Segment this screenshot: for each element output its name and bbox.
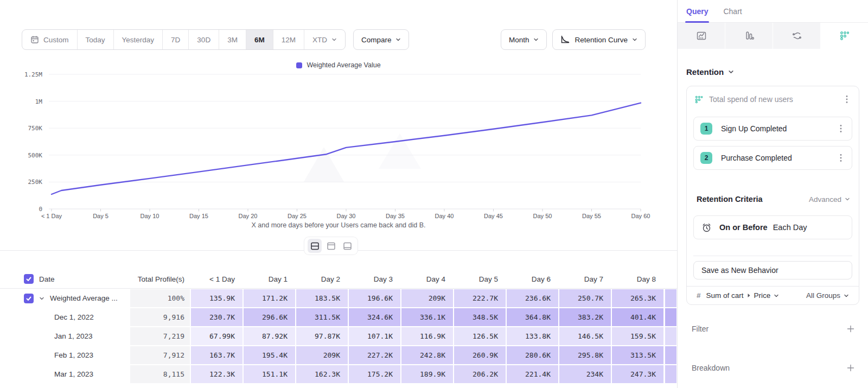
split-bottom-icon[interactable] [340, 239, 354, 253]
compare-button[interactable]: Compare [353, 29, 410, 50]
step-row-purchase[interactable]: 2 Purchase Completed [693, 146, 852, 170]
retention-cell[interactable]: 196.6K [349, 289, 400, 307]
retention-cell[interactable]: 230.7K [191, 308, 242, 326]
retention-cell-clipped[interactable] [665, 327, 676, 345]
retention-cell[interactable]: 126.5K [454, 327, 506, 345]
row-date-label[interactable]: Dec 1, 2022 [54, 313, 94, 321]
add-filter-button[interactable] [846, 325, 855, 333]
retention-curve-line[interactable] [52, 103, 641, 194]
retention-cell[interactable]: 280.6K [507, 346, 558, 364]
advanced-dropdown[interactable]: Advanced [809, 195, 850, 203]
step-kebab-icon[interactable] [837, 124, 845, 133]
retention-cell-clipped[interactable] [665, 346, 676, 364]
retention-cell[interactable]: 295.8K [559, 346, 611, 364]
retention-cell[interactable]: 260.9K [454, 346, 506, 364]
retention-cell[interactable]: 234K [559, 365, 611, 383]
step-kebab-icon[interactable] [837, 154, 845, 162]
row-date-label[interactable]: Feb 1, 2023 [54, 351, 93, 359]
retention-cell[interactable]: 383.2K [559, 308, 611, 326]
retention-line-chart[interactable]: 0250K500K750K1M1.25M< 1 DayDay 5Day 10Da… [0, 59, 677, 221]
funnels-icon[interactable] [725, 23, 773, 49]
insights-icon[interactable] [678, 23, 725, 49]
retention-cell[interactable]: 107.1K [349, 327, 400, 345]
tab-query[interactable]: Query [686, 0, 708, 22]
row-date-label[interactable]: Mar 1, 2023 [54, 370, 93, 378]
step-row-sign-up[interactable]: 1 Sign Up Completed [693, 117, 852, 141]
row-date-label[interactable]: Jan 1, 2023 [54, 332, 93, 340]
retention-cell[interactable]: 175.2K [349, 365, 400, 383]
retention-cell[interactable]: 250.7K [559, 289, 611, 307]
retention-cell-clipped[interactable] [665, 308, 676, 326]
table-row[interactable]: Dec 1, 20229,916230.7K296.6K311.5K324.6K… [0, 308, 677, 326]
retention-cell[interactable]: 133.8K [507, 327, 558, 345]
retention-cell[interactable]: 348.5K [454, 308, 506, 326]
save-behavior-button[interactable]: Save as New Behavior [693, 261, 852, 279]
flows-icon[interactable] [773, 23, 821, 49]
retention-cell[interactable]: 227.2K [349, 346, 400, 364]
retention-condition-row[interactable]: On or Before Each Day [693, 215, 852, 239]
behavior-kebab-icon[interactable] [843, 95, 851, 104]
retention-cell[interactable]: 209K [296, 346, 348, 364]
table-row[interactable]: Jan 1, 20237,21967.99K87.92K97.87K107.1K… [0, 327, 677, 345]
retention-cell[interactable]: 195.4K [244, 346, 295, 364]
table-row[interactable]: Feb 1, 20237,912163.7K195.4K209K227.2K24… [0, 346, 677, 364]
add-breakdown-button[interactable] [846, 364, 855, 372]
retention-cell-clipped[interactable] [665, 289, 676, 307]
retention-cell[interactable]: 135.9K [191, 289, 242, 307]
row-checkbox[interactable] [24, 294, 34, 303]
retention-cell[interactable]: 122.3K [191, 365, 242, 383]
range-xtd[interactable]: XTD [304, 30, 345, 49]
retention-cell[interactable]: 401.4K [612, 308, 663, 326]
range-12m[interactable]: 12M [273, 30, 304, 49]
retention-cell[interactable]: 163.7K [191, 346, 242, 364]
retention-cell[interactable]: 221.4K [507, 365, 558, 383]
retention-cell[interactable]: 146.5K [559, 327, 611, 345]
retention-cell[interactable]: 151.1K [244, 365, 295, 383]
retention-cell[interactable]: 206.2K [454, 365, 506, 383]
retention-cell[interactable]: 87.92K [244, 327, 295, 345]
retention-cell[interactable]: 97.87K [296, 327, 348, 345]
groups-dropdown[interactable]: All Groups [806, 291, 849, 300]
split-equal-icon[interactable] [308, 239, 322, 253]
select-all-checkbox[interactable] [24, 274, 34, 284]
expand-chevron-icon[interactable] [39, 296, 44, 301]
retention-cell[interactable]: 236.6K [507, 289, 558, 307]
retention-cell[interactable]: 247.3K [612, 365, 663, 383]
range-6m[interactable]: 6M [246, 30, 273, 49]
retention-cell[interactable]: 265.3K [612, 289, 663, 307]
range-today[interactable]: Today [77, 30, 113, 49]
retention-cell[interactable]: 324.6K [349, 308, 400, 326]
retention-cell[interactable]: 67.99K [191, 327, 242, 345]
range-3m[interactable]: 3M [219, 30, 246, 49]
analysis-type-dropdown[interactable]: Retention [686, 67, 734, 77]
row-label[interactable]: Weighted Average ... [50, 294, 118, 302]
retention-cell[interactable]: 116.9K [401, 327, 453, 345]
retention-cell[interactable]: 313.5K [612, 346, 663, 364]
retention-cell[interactable]: 242.8K [401, 346, 453, 364]
retention-cell[interactable]: 183.5K [296, 289, 348, 307]
range-yesterday[interactable]: Yesterday [113, 30, 163, 49]
measure-property-dropdown[interactable]: Sum of cart Price [706, 291, 801, 300]
retention-cell[interactable]: 159.5K [612, 327, 663, 345]
retention-cell-clipped[interactable] [665, 365, 676, 383]
chart-type-button[interactable]: Retention Curve [552, 29, 646, 50]
table-row[interactable]: Mar 1, 20238,115122.3K151.1K162.3K175.2K… [0, 365, 677, 383]
retention-cell[interactable]: 364.8K [507, 308, 558, 326]
behavior-title[interactable]: Total spend of new users [709, 95, 837, 104]
retention-cell[interactable]: 171.2K [244, 289, 295, 307]
split-top-icon[interactable] [324, 239, 338, 253]
retention-icon[interactable] [821, 23, 868, 49]
retention-cell[interactable]: 209K [401, 289, 453, 307]
granularity-button[interactable]: Month [501, 29, 547, 50]
tab-chart[interactable]: Chart [723, 0, 742, 22]
retention-cell[interactable]: 296.6K [244, 308, 295, 326]
retention-cell[interactable]: 189.9K [401, 365, 453, 383]
retention-cell[interactable]: 222.7K [454, 289, 506, 307]
table-row[interactable]: Weighted Average ...100%135.9K171.2K183.… [0, 289, 677, 307]
range-7d[interactable]: 7D [162, 30, 188, 49]
retention-cell[interactable]: 336.1K [401, 308, 453, 326]
range-custom[interactable]: Custom [22, 30, 77, 49]
range-30d[interactable]: 30D [188, 30, 219, 49]
retention-cell[interactable]: 311.5K [296, 308, 348, 326]
retention-cell[interactable]: 162.3K [296, 365, 348, 383]
